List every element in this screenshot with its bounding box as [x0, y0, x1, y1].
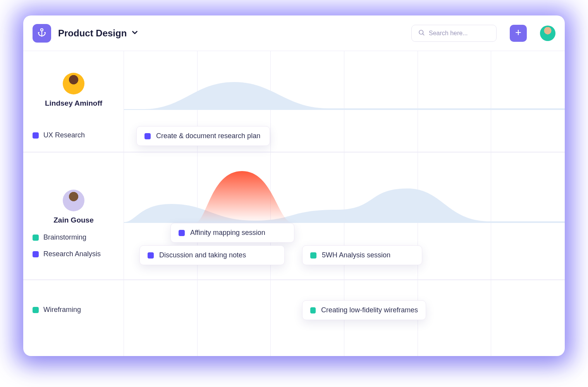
avatar [384, 26, 398, 40]
category-row[interactable]: Brainstorming [23, 233, 124, 241]
person-block: Lindsey Aminoff [23, 73, 124, 108]
task-card[interactable]: 5WH Analysis session [302, 245, 422, 265]
person-name: Lindsey Aminoff [23, 99, 124, 108]
category-row[interactable]: UX Research [23, 131, 124, 139]
category-row[interactable]: Wireframing [23, 306, 124, 314]
row-divider [23, 279, 565, 280]
color-swatch [148, 252, 154, 259]
color-swatch [310, 307, 316, 313]
color-swatch [179, 230, 185, 236]
anchor-icon [37, 28, 46, 39]
category-row[interactable]: Research Analysis [23, 250, 124, 258]
category-label: Brainstorming [43, 233, 86, 241]
task-label: 5WH Analysis session [322, 251, 390, 259]
task-label: Create & document research plan [156, 132, 260, 140]
category-label: UX Research [43, 131, 85, 139]
team-avatars[interactable] [354, 26, 398, 40]
color-swatch [33, 307, 39, 313]
task-card[interactable]: Creating low-fidelity wireframes [302, 300, 426, 320]
color-swatch [33, 132, 39, 139]
add-button[interactable] [510, 25, 527, 42]
person-block: Zain Gouse [23, 190, 124, 224]
person-avatar[interactable] [63, 73, 84, 94]
task-label: Discussion and taking notes [159, 251, 246, 259]
chevron-down-icon [131, 28, 139, 38]
header: Product Design [23, 15, 565, 51]
color-swatch [33, 235, 39, 241]
task-card[interactable]: Discussion and taking notes [139, 245, 285, 265]
color-swatch [310, 252, 316, 259]
app-window: Product Design [23, 15, 565, 356]
category-label: Research Analysis [43, 250, 101, 258]
svg-line-3 [423, 34, 424, 35]
timeline-body: Lindsey Aminoff UX Research Create & doc… [23, 51, 565, 356]
task-card[interactable]: Create & document research plan [136, 126, 270, 146]
plus-icon [514, 29, 522, 38]
task-label: Affinity mapping session [190, 229, 265, 237]
current-user-avatar[interactable] [540, 26, 555, 41]
task-label: Creating low-fidelity wireframes [321, 306, 418, 314]
search-field[interactable] [411, 25, 497, 42]
app-logo[interactable] [33, 24, 51, 43]
color-swatch [33, 251, 39, 257]
person-avatar[interactable] [63, 190, 84, 211]
search-input[interactable] [429, 30, 490, 37]
category-label: Wireframing [43, 306, 81, 314]
project-title: Product Design [58, 28, 127, 39]
task-card[interactable]: Affinity mapping session [170, 223, 294, 243]
color-swatch [144, 133, 151, 139]
search-icon [418, 29, 425, 38]
project-switcher[interactable]: Product Design [58, 28, 139, 39]
row-divider [23, 152, 565, 152]
person-name: Zain Gouse [23, 216, 124, 224]
